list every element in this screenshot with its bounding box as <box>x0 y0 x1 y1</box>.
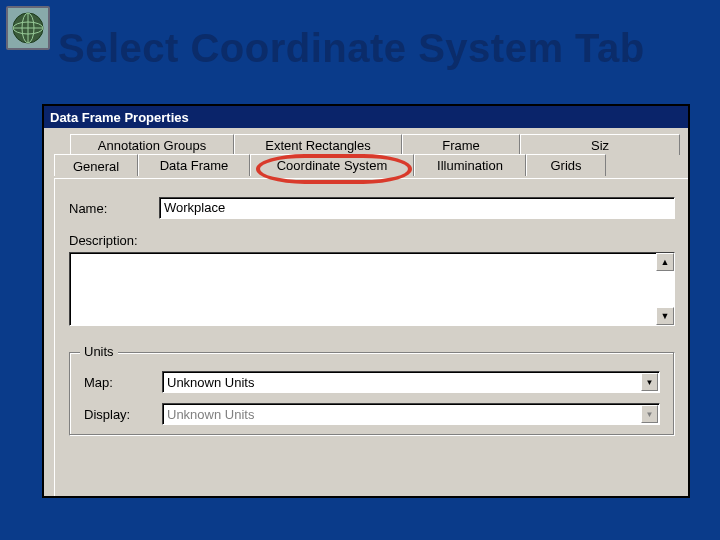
units-legend: Units <box>80 344 118 359</box>
scroll-up-button[interactable]: ▲ <box>656 253 674 271</box>
name-row: Name: Workplace <box>69 197 675 219</box>
map-units-dropdown-button[interactable]: ▼ <box>641 373 658 391</box>
name-input[interactable]: Workplace <box>159 197 675 219</box>
tab-annotation-groups[interactable]: Annotation Groups <box>70 134 234 155</box>
map-units-label: Map: <box>84 375 162 390</box>
scroll-down-button[interactable]: ▼ <box>656 307 674 325</box>
slide-title: Select Coordinate System Tab <box>58 26 710 71</box>
description-wrap: ▲ ▼ <box>69 252 675 326</box>
map-units-value: Unknown Units <box>167 375 254 390</box>
chevron-down-icon: ▼ <box>646 410 654 419</box>
description-input[interactable] <box>69 252 675 326</box>
name-label: Name: <box>69 201 159 216</box>
tab-coordinate-system[interactable]: Coordinate System <box>250 154 414 176</box>
tab-illumination[interactable]: Illumination <box>414 154 526 176</box>
map-units-combo[interactable]: Unknown Units ▼ <box>162 371 660 393</box>
tab-data-frame[interactable]: Data Frame <box>138 154 250 176</box>
display-units-value: Unknown Units <box>167 407 254 422</box>
tab-extent-rectangles[interactable]: Extent Rectangles <box>234 134 402 155</box>
globe-icon <box>6 6 50 50</box>
dialog-body: Annotation Groups Extent Rectangles Fram… <box>44 128 688 496</box>
dialog-titlebar: Data Frame Properties <box>44 106 688 128</box>
units-fieldset: Units Map: Unknown Units ▼ Display: Unkn… <box>69 352 675 436</box>
display-units-row: Display: Unknown Units ▼ <box>84 403 660 425</box>
tab-row-front: General Data Frame Coordinate System Ill… <box>44 154 688 176</box>
display-units-label: Display: <box>84 407 162 422</box>
dialog-title: Data Frame Properties <box>50 110 189 125</box>
tab-grids[interactable]: Grids <box>526 154 606 176</box>
map-units-row: Map: Unknown Units ▼ <box>84 371 660 393</box>
dialog-window: Data Frame Properties Annotation Groups … <box>42 104 690 498</box>
description-label: Description: <box>69 233 159 248</box>
display-units-combo: Unknown Units ▼ <box>162 403 660 425</box>
tab-general[interactable]: General <box>54 154 138 176</box>
chevron-down-icon: ▼ <box>646 378 654 387</box>
tab-size[interactable]: Siz <box>520 134 680 155</box>
display-units-dropdown-button: ▼ <box>641 405 658 423</box>
tab-panel-general: Name: Workplace Description: ▲ ▼ Units M… <box>54 178 690 498</box>
tab-row-back: Annotation Groups Extent Rectangles Fram… <box>44 134 688 155</box>
tab-frame[interactable]: Frame <box>402 134 520 155</box>
